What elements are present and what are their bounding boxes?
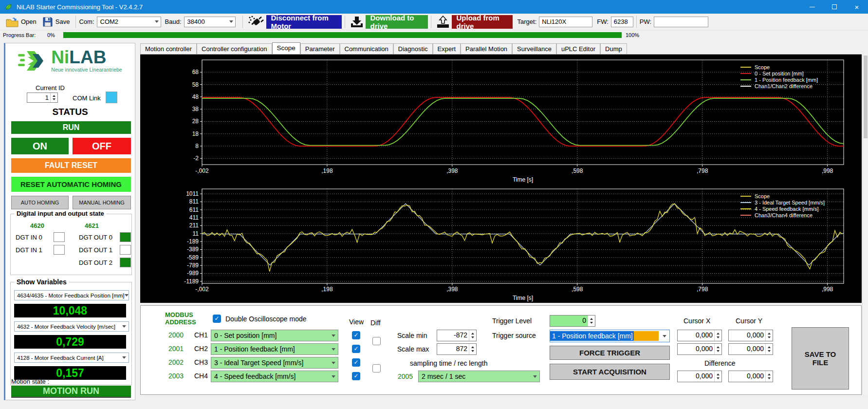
cursor-x1-stepper[interactable]: 0,000 — [677, 330, 722, 341]
spin-down-icon[interactable] — [768, 377, 771, 379]
com-port-select[interactable]: COM2 — [97, 17, 161, 27]
fault-reset-button[interactable]: FAULT RESET — [11, 158, 131, 173]
tab-uplc-editor[interactable]: uPLC Editor — [556, 43, 600, 54]
target-input[interactable] — [539, 17, 592, 27]
tab-diagnostic[interactable]: Diagnostic — [393, 43, 433, 54]
maximize-button[interactable] — [823, 0, 846, 14]
spin-down-icon[interactable] — [717, 350, 720, 352]
current-id-stepper[interactable]: 1 — [27, 93, 58, 103]
upload-label: Upload from drive — [457, 14, 508, 30]
pw-input[interactable] — [654, 17, 708, 27]
upload-from-drive-button[interactable]: Upload from drive — [452, 15, 513, 29]
sampling-select[interactable]: 2 msec / 1 sec — [418, 371, 540, 382]
baud-select[interactable]: 38400 — [184, 17, 236, 27]
current-id-label: Current ID — [36, 84, 65, 92]
spin-up-icon[interactable] — [53, 95, 55, 97]
spin-down-icon[interactable] — [717, 336, 720, 338]
cursor-y1-stepper[interactable]: 0,000 — [728, 330, 773, 341]
spin-up-icon[interactable] — [717, 373, 720, 375]
spin-up-icon[interactable] — [768, 333, 771, 335]
cursor-y2-stepper[interactable]: 0,000 — [728, 343, 773, 355]
legend-swatch — [740, 215, 751, 216]
spin-down-icon[interactable] — [590, 322, 593, 324]
variable-select-1[interactable]: 4634/4635 - Motor Feedback Position [mm] — [14, 290, 129, 300]
ch2-view-checkbox[interactable]: ✓ — [352, 345, 360, 353]
difference-x-stepper[interactable]: 0,000 — [677, 371, 722, 382]
off-button[interactable]: OFF — [73, 138, 131, 154]
tab-controller-configuration[interactable]: Controller configuration — [197, 43, 272, 54]
variable-select-3[interactable]: 4128 - Motor Feedback Current [A] — [14, 353, 129, 363]
digital-io-title: Digital input and output state — [15, 210, 106, 217]
toolbar-separator — [636, 16, 637, 28]
ch1-view-checkbox[interactable]: ✓ — [352, 331, 360, 339]
tab-expert[interactable]: Expert — [433, 43, 461, 54]
reset-automatic-homing-button[interactable]: RESET AUTOMATIC HOMING — [11, 177, 131, 192]
tab-motion-controller[interactable]: Motion controller — [140, 43, 197, 54]
spin-down-icon[interactable] — [768, 350, 771, 352]
spin-up-icon[interactable] — [471, 333, 474, 335]
ch3-signal-select[interactable]: 3 - Ideal Target Speed [mm/s] — [211, 357, 338, 369]
spin-up-icon[interactable] — [471, 346, 474, 348]
tab-parameter[interactable]: Parameter — [300, 43, 340, 54]
svg-text:-,002: -,002 — [195, 167, 209, 174]
spin-down-icon[interactable] — [768, 336, 771, 338]
oscilloscope-display: 6858483828188-2-,002,198,398,598,798,998… — [140, 55, 862, 303]
force-trigger-button[interactable]: FORCE TRIGGER — [550, 346, 670, 360]
trigger-level-stepper[interactable]: 0 — [550, 315, 595, 327]
tab-surveillance[interactable]: Surveillance — [512, 43, 556, 54]
ch4-modbus-address: 2003 — [168, 372, 188, 380]
ch2-signal-select[interactable]: 1 - Position feedback [mm] — [211, 343, 338, 355]
tab-parallel-motion[interactable]: Parallel Motion — [461, 43, 512, 54]
on-button[interactable]: ON — [11, 138, 69, 154]
ch1-modbus-address: 2000 — [168, 331, 188, 339]
spin-up-icon[interactable] — [768, 346, 771, 348]
ch4-view-checkbox[interactable]: ✓ — [352, 372, 360, 380]
ch1-signal-select[interactable]: 0 - Set position [mm] — [211, 330, 338, 341]
save-to-file-button[interactable]: SAVE TO FILE — [792, 327, 849, 390]
spin-down-icon[interactable] — [471, 336, 474, 338]
minimize-icon — [810, 7, 815, 7]
plug-icon — [248, 15, 264, 29]
trigger-source-select[interactable]: 1 - Position feedback [mm] — [550, 330, 670, 342]
tab-scope[interactable]: Scope — [272, 42, 300, 54]
difference-y-stepper[interactable]: 0,000 — [728, 371, 773, 382]
legend-label: Scope — [755, 64, 770, 70]
legend-swatch — [740, 208, 751, 209]
open-button[interactable]: Open — [3, 16, 39, 28]
diff-ch1-ch2-checkbox[interactable] — [372, 337, 381, 345]
variable-select-2[interactable]: 4632 - Motor Feedback Velocity [m/sec] — [14, 321, 129, 332]
scale-min-stepper[interactable]: -872 — [437, 330, 477, 341]
vertical-scrollbar[interactable] — [862, 55, 868, 395]
save-button[interactable]: Save — [39, 16, 73, 28]
brand-ni: Ni — [51, 47, 69, 67]
tab-dump[interactable]: Dump — [600, 43, 627, 54]
spin-up-icon[interactable] — [717, 333, 720, 335]
fw-input[interactable] — [611, 17, 633, 27]
scrollbar-thumb[interactable] — [864, 56, 868, 138]
diff-ch3-ch4-checkbox[interactable] — [372, 364, 381, 372]
ch3-view-checkbox[interactable]: ✓ — [352, 358, 360, 367]
spin-down-icon[interactable] — [717, 377, 720, 379]
auto-homing-button[interactable]: AUTO HOMING — [11, 196, 69, 209]
scale-max-stepper[interactable]: 872 — [437, 343, 477, 355]
double-oscilloscope-checkbox[interactable]: ✓ — [213, 315, 221, 323]
app-icon — [4, 3, 13, 11]
spin-up-icon[interactable] — [768, 373, 771, 375]
start-acquisition-label: START ACQUISITION — [573, 368, 646, 376]
close-button[interactable]: × — [846, 0, 868, 14]
manual-homing-button[interactable]: MANUAL HOMING — [73, 196, 131, 209]
com-port-value: COM2 — [100, 18, 119, 25]
disconnect-from-motor-button[interactable]: Disconnect from Motor — [266, 15, 342, 29]
spin-down-icon[interactable] — [53, 98, 55, 100]
spin-down-icon[interactable] — [471, 350, 474, 352]
spin-up-icon[interactable] — [590, 318, 593, 320]
spin-up-icon[interactable] — [717, 346, 720, 348]
minimize-button[interactable] — [801, 0, 823, 14]
start-acquisition-button[interactable]: START ACQUISITION — [550, 364, 670, 380]
cursor-x2-stepper[interactable]: 0,000 — [677, 343, 722, 355]
download-to-drive-button[interactable]: Download to drive — [366, 15, 428, 29]
tab-communication[interactable]: Communication — [340, 43, 393, 54]
dgt-out-2-label: DGT OUT 2 — [79, 259, 112, 266]
ch4-signal-select[interactable]: 4 - Speed feedback [mm/s] — [211, 371, 338, 382]
run-status-button[interactable]: RUN — [11, 121, 131, 134]
